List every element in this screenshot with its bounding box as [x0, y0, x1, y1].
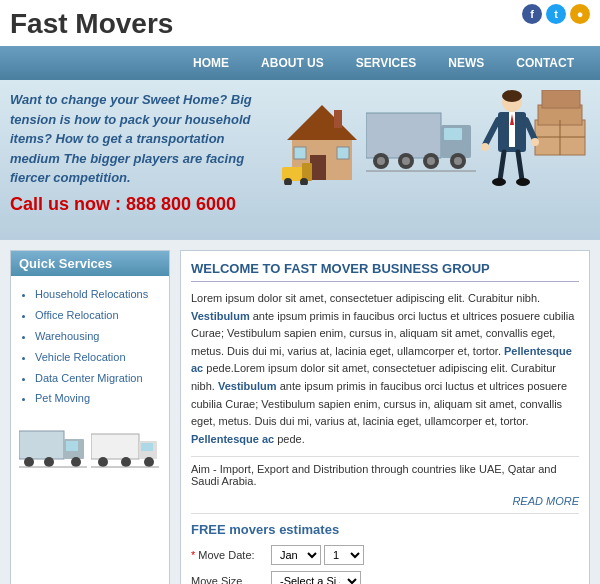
svg-rect-49 — [141, 443, 153, 451]
svg-point-18 — [427, 157, 435, 165]
svg-rect-2 — [310, 155, 326, 180]
svg-point-37 — [516, 178, 530, 186]
nav-about[interactable]: ABOUT US — [245, 46, 340, 80]
svg-rect-40 — [19, 431, 64, 459]
svg-point-20 — [454, 157, 462, 165]
rss-icon[interactable]: ● — [570, 4, 590, 24]
sidebar-van-1 — [19, 419, 87, 469]
sidebar-item-household[interactable]: Household Relocations — [35, 284, 161, 305]
svg-line-33 — [526, 120, 535, 140]
logo-text: Fast Movers — [10, 8, 173, 39]
sidebar-item-pet[interactable]: Pet Moving — [35, 388, 161, 409]
main-content: Quick Services Household Relocations Off… — [0, 240, 600, 584]
svg-rect-10 — [366, 113, 441, 158]
sidebar: Quick Services Household Relocations Off… — [10, 250, 170, 584]
svg-rect-12 — [444, 128, 462, 140]
svg-rect-42 — [66, 441, 78, 451]
sidebar-van-images — [19, 419, 161, 469]
twitter-icon[interactable]: t — [546, 4, 566, 24]
content-area: WELCOME TO FAST MOVER BUSINESS GROUP Lor… — [180, 250, 590, 584]
sidebar-item-vehicle[interactable]: Vehicle Relocation — [35, 347, 161, 368]
aim-para: Aim - Import, Export and Distribution th… — [191, 463, 579, 487]
hero-tagline: Want to change your Sweet Home? Big tens… — [10, 90, 272, 188]
social-icons: f t ● — [522, 4, 590, 24]
svg-rect-24 — [542, 90, 580, 108]
logo-area: Fast Movers — [10, 8, 210, 40]
svg-point-43 — [24, 457, 34, 467]
svg-rect-5 — [334, 110, 342, 128]
hero-banner: Want to change your Sweet Home? Big tens… — [0, 80, 600, 240]
svg-point-14 — [377, 157, 385, 165]
svg-point-38 — [481, 143, 489, 151]
sidebar-title: Quick Services — [11, 251, 169, 276]
move-date-row: * Move Date: JanFebMar 123 — [191, 545, 579, 565]
svg-point-16 — [402, 157, 410, 165]
person-boxes-illustration — [480, 90, 590, 190]
svg-point-51 — [121, 457, 131, 467]
move-size-select[interactable]: -Select a Si - — [271, 571, 361, 584]
top-bar: Fast Movers f t ● — [0, 0, 600, 46]
aim-text: Aim - Import, Export and Distribution th… — [191, 456, 579, 487]
svg-line-32 — [485, 120, 498, 145]
day-select[interactable]: 123 — [324, 545, 364, 565]
truck-illustration — [366, 103, 476, 178]
navbar: HOME ABOUT US SERVICES NEWS CONTACT — [0, 46, 600, 80]
form-title: FREE movers estimates — [191, 522, 579, 537]
svg-line-34 — [500, 152, 504, 180]
svg-marker-1 — [287, 105, 357, 140]
svg-point-39 — [531, 138, 539, 146]
hero-text-area: Want to change your Sweet Home? Big tens… — [10, 90, 282, 225]
svg-point-44 — [44, 457, 54, 467]
move-size-row: Move Size -Select a Si - — [191, 571, 579, 584]
facebook-icon[interactable]: f — [522, 4, 542, 24]
sidebar-item-office[interactable]: Office Relocation — [35, 305, 161, 326]
read-more-link[interactable]: READ MORE — [191, 495, 579, 507]
content-body: Lorem ipsum dolor sit amet, consectetuer… — [191, 290, 579, 448]
move-date-label: * Move Date: — [191, 549, 271, 561]
svg-point-45 — [71, 457, 81, 467]
hero-images — [282, 90, 590, 190]
sidebar-item-datacenter[interactable]: Data Center Migration — [35, 368, 161, 389]
month-select[interactable]: JanFebMar — [271, 545, 321, 565]
form-section: FREE movers estimates * Move Date: JanFe… — [191, 513, 579, 584]
svg-rect-4 — [337, 147, 349, 159]
sidebar-van-2 — [91, 419, 159, 469]
svg-point-36 — [492, 178, 506, 186]
nav-home[interactable]: HOME — [177, 46, 245, 80]
svg-rect-3 — [294, 147, 306, 159]
nav-news[interactable]: NEWS — [432, 46, 500, 80]
sidebar-item-warehousing[interactable]: Warehousing — [35, 326, 161, 347]
nav-contact[interactable]: CONTACT — [500, 46, 590, 80]
move-size-label: Move Size — [191, 575, 271, 584]
svg-rect-47 — [91, 434, 139, 459]
svg-line-35 — [518, 152, 522, 180]
hero-cta: Call us now : 888 800 6000 — [10, 194, 272, 215]
svg-point-50 — [98, 457, 108, 467]
sidebar-services-list: Household Relocations Office Relocation … — [19, 284, 161, 409]
svg-point-52 — [144, 457, 154, 467]
svg-point-28 — [502, 90, 522, 102]
nav-services[interactable]: SERVICES — [340, 46, 432, 80]
content-title: WELCOME TO FAST MOVER BUSINESS GROUP — [191, 261, 579, 282]
content-para1: Lorem ipsum dolor sit amet, consectetuer… — [191, 290, 579, 448]
house-illustration — [282, 95, 362, 185]
